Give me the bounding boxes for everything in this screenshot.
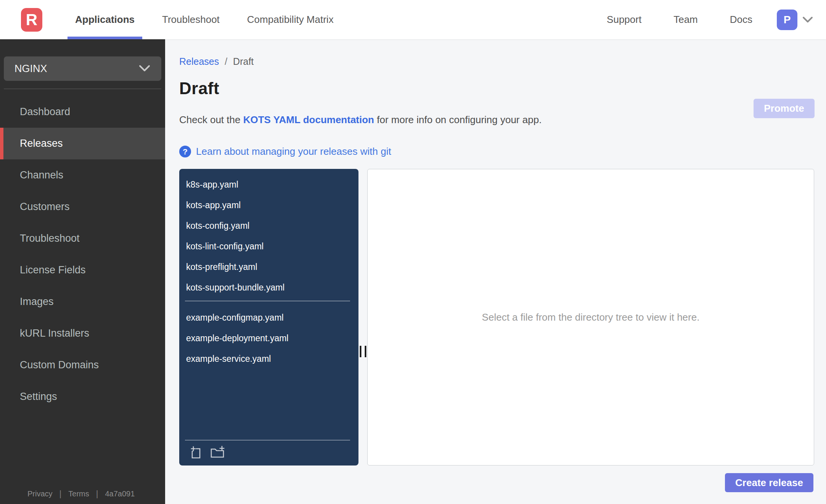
replicated-logo[interactable]: R	[21, 8, 42, 32]
page-subtitle: Check out the KOTS YAML documentation fo…	[179, 114, 542, 126]
subtitle-prefix: Check out the	[179, 114, 243, 125]
file-tree-panel: k8s-app.yaml kots-app.yaml kots-config.y…	[179, 169, 358, 465]
file-item[interactable]: kots-support-bundle.yaml	[179, 277, 358, 298]
nav-tab-applications[interactable]: Applications	[67, 0, 142, 39]
release-editor: k8s-app.yaml kots-app.yaml kots-config.y…	[179, 169, 814, 465]
help-question-icon: ?	[179, 146, 191, 157]
create-release-button[interactable]: Create release	[725, 473, 813, 492]
sidebar-item-custom-domains[interactable]: Custom Domains	[0, 349, 165, 381]
learn-releases-git-link[interactable]: ? Learn about managing your releases wit…	[179, 146, 391, 157]
file-item[interactable]: kots-preflight.yaml	[179, 257, 358, 277]
drag-handle-bar	[365, 346, 366, 357]
drag-handle-bar	[360, 346, 361, 357]
footer-separator: |	[96, 489, 98, 499]
add-folder-icon[interactable]	[210, 446, 226, 459]
learn-link-label: Learn about managing your releases with …	[196, 146, 391, 157]
primary-nav: Applications Troubleshoot Compatibility …	[61, 0, 347, 39]
breadcrumb-releases-link[interactable]: Releases	[179, 56, 219, 67]
file-viewer-panel: Select a file from the directory tree to…	[367, 169, 814, 465]
user-avatar[interactable]: P	[777, 10, 797, 30]
app-sidebar: NGINX Dashboard Releases Channels Custom…	[0, 39, 165, 504]
viewer-placeholder-text: Select a file from the directory tree to…	[482, 311, 700, 323]
add-file-icon[interactable]	[189, 446, 203, 459]
file-group-divider	[185, 301, 350, 301]
sidebar-item-images[interactable]: Images	[0, 286, 165, 318]
secondary-nav: Support Team Docs P	[591, 0, 813, 39]
user-menu-chevron-down-icon[interactable]	[802, 16, 813, 24]
terms-link[interactable]: Terms	[68, 490, 89, 498]
nav-tab-troubleshoot[interactable]: Troubleshoot	[154, 0, 227, 39]
nav-link-support[interactable]: Support	[595, 14, 653, 26]
file-item[interactable]: example-service.yaml	[179, 348, 358, 369]
file-tree-toolbar	[179, 440, 358, 459]
footer-separator: |	[59, 489, 62, 499]
subtitle-suffix: for more info on configuring your app.	[374, 114, 542, 125]
sidebar-footer: Privacy | Terms | 4a7a091	[27, 489, 135, 499]
top-nav-bar: R Applications Troubleshoot Compatibilit…	[0, 0, 826, 39]
sidebar-item-troubleshoot[interactable]: Troubleshoot	[0, 223, 165, 254]
sidebar-item-dashboard[interactable]: Dashboard	[0, 96, 165, 128]
file-item[interactable]: k8s-app.yaml	[179, 174, 358, 195]
promote-button[interactable]: Promote	[754, 99, 815, 118]
main-content: Releases / Draft Draft Check out the KOT…	[165, 39, 826, 504]
panel-resize-gutter[interactable]	[358, 169, 367, 465]
sidebar-item-channels[interactable]: Channels	[0, 159, 165, 191]
app-selector-chevron-down-icon	[138, 65, 151, 72]
nav-link-team[interactable]: Team	[662, 14, 709, 26]
kots-yaml-docs-link[interactable]: KOTS YAML documentation	[243, 114, 374, 125]
nav-tab-compatibility-matrix[interactable]: Compatibility Matrix	[239, 0, 341, 39]
sidebar-item-settings[interactable]: Settings	[0, 381, 165, 413]
sidebar-item-customers[interactable]: Customers	[0, 191, 165, 223]
privacy-link[interactable]: Privacy	[27, 490, 53, 498]
build-hash: 4a7a091	[105, 490, 135, 498]
file-item[interactable]: kots-app.yaml	[179, 195, 358, 215]
app-selector-dropdown[interactable]: NGINX	[4, 56, 161, 81]
page-title: Draft	[179, 79, 219, 98]
file-item[interactable]: kots-config.yaml	[179, 215, 358, 236]
app-selector-value: NGINX	[14, 63, 47, 75]
file-item[interactable]: kots-lint-config.yaml	[179, 236, 358, 257]
breadcrumb-separator: /	[225, 56, 227, 67]
sidebar-item-kurl-installers[interactable]: kURL Installers	[0, 318, 165, 349]
sidebar-item-releases[interactable]: Releases	[0, 128, 165, 159]
breadcrumb: Releases / Draft	[179, 56, 254, 67]
sidebar-item-license-fields[interactable]: License Fields	[0, 254, 165, 286]
drag-handle[interactable]	[360, 346, 366, 357]
file-item[interactable]: example-configmap.yaml	[179, 307, 358, 328]
breadcrumb-current: Draft	[233, 56, 254, 67]
nav-link-docs[interactable]: Docs	[718, 14, 764, 26]
file-item[interactable]: example-deployment.yaml	[179, 328, 358, 348]
sidebar-divider	[4, 88, 161, 89]
sidebar-nav: Dashboard Releases Channels Customers Tr…	[0, 96, 165, 413]
